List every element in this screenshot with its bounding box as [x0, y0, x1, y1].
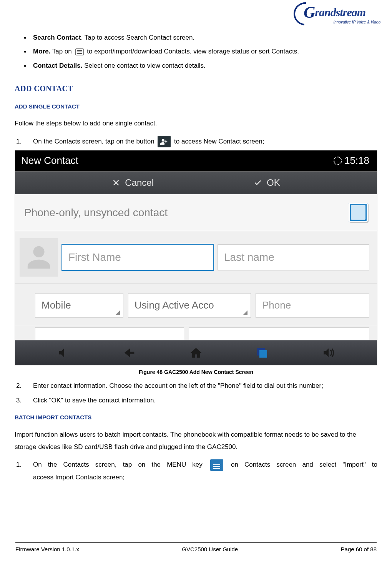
time-text: 15:18 — [344, 151, 369, 170]
check-icon — [254, 179, 262, 187]
contact-card-icon — [349, 203, 368, 222]
step-1: On the Contacts screen, tap on the butto… — [15, 135, 377, 148]
action-bar: Cancel OK — [15, 171, 377, 194]
volume-up-icon — [322, 346, 335, 359]
first-name-input[interactable]: First Name — [62, 244, 214, 270]
placeholder-text: First Name — [68, 247, 121, 267]
heading-add-single-contact: ADD SINGLE CONTACT — [15, 101, 377, 112]
menu-icon — [75, 48, 84, 55]
back-button[interactable] — [123, 346, 137, 360]
figure-caption: Figure 48 GAC2500 Add New Contact Screen — [15, 367, 377, 377]
footer-firmware: Firmware Version 1.0.1.x — [15, 546, 79, 554]
brand-logo: Grandstream Innovative IP Voice & Video — [304, 3, 380, 26]
bullet-text-before: Tap on — [50, 48, 73, 55]
bullet-text: . Tap to access Search Contact screen. — [81, 34, 194, 41]
steps-add-single-cont: Enter contact information. Choose the ac… — [15, 380, 377, 407]
placeholder-text: Phone — [262, 296, 291, 315]
next-row-peek — [15, 325, 377, 340]
dropdown-triangle-icon — [115, 310, 120, 315]
step-text-after: on Contacts screen and select "Import" t… — [231, 461, 377, 468]
bullet-bold: Contact Details. — [33, 62, 82, 69]
avatar-placeholder[interactable] — [20, 238, 58, 277]
phone-row: Mobile Using Active Acco Phone — [15, 284, 377, 325]
phone-number-input[interactable]: Phone — [256, 293, 369, 318]
step-2: Enter contact information. Choose the ac… — [15, 380, 377, 392]
brand-tagline: Innovative IP Voice & Video — [304, 20, 380, 24]
bullet-bold: Search Contact — [33, 34, 81, 41]
step-text-before: On the Contacts screen, tap on the MENU … — [33, 461, 209, 468]
bullet-text: Select one contact to view contact detai… — [82, 62, 205, 69]
step-text-line2: access Import Contacts screen; — [33, 471, 377, 484]
phone-type-select[interactable]: Mobile — [35, 293, 123, 318]
select-value: Mobile — [42, 296, 71, 315]
close-icon — [112, 179, 120, 187]
figure-new-contact: New Contact 15:18 Cancel OK Phone-on — [15, 150, 377, 365]
step-text-before: On the Contacts screen, tap on the butto… — [33, 138, 156, 145]
footer-page: Page 60 of 88 — [341, 546, 377, 554]
add-person-icon — [158, 136, 171, 147]
person-icon — [25, 244, 52, 271]
home-button[interactable] — [189, 346, 203, 360]
back-icon — [123, 346, 136, 359]
heading-batch-import: BATCH IMPORT CONTACTS — [15, 412, 377, 423]
dropdown-triangle-icon — [243, 310, 247, 315]
steps-batch-import: On the Contacts screen, tap on the MENU … — [15, 459, 377, 484]
intro-single: Follow the steps below to add one single… — [15, 117, 377, 130]
select-value: Using Active Acco — [135, 296, 214, 315]
bullet-more: More. Tap on to export/import/download C… — [24, 45, 377, 58]
step-1-batch: On the Contacts screen, tap on the MENU … — [15, 459, 377, 484]
step-3: Click "OK" to save the contact informati… — [15, 394, 377, 407]
steps-add-single: On the Contacts screen, tap on the butto… — [15, 135, 377, 148]
bullet-text-after: to export/import/download Contacts, view… — [87, 48, 299, 55]
clock-ring-icon — [334, 157, 342, 165]
bullet-contact-details: Contact Details. Select one contact to v… — [24, 60, 377, 72]
sync-label: Phone-only, unsynced contact — [24, 202, 168, 223]
feature-bullets: Search Contact. Tap to access Search Con… — [15, 32, 377, 72]
bullet-bold: More. — [33, 48, 50, 55]
cancel-button[interactable]: Cancel — [112, 174, 154, 192]
page-footer: Firmware Version 1.0.1.x GVC2500 User Gu… — [15, 542, 377, 554]
screen-title: New Contact — [21, 151, 78, 170]
ok-button[interactable]: OK — [254, 174, 280, 192]
volume-down-icon — [57, 346, 70, 359]
app-titlebar: New Contact 15:18 — [15, 150, 377, 171]
menu-blue-icon — [210, 459, 223, 471]
recent-apps-icon — [256, 346, 269, 359]
last-name-input[interactable]: Last name — [218, 244, 369, 270]
step-text-after: to access New Contact screen; — [174, 138, 264, 145]
ok-label: OK — [267, 174, 280, 192]
system-navbar — [15, 340, 377, 365]
heading-add-contact: ADD CONTACT — [15, 81, 377, 96]
name-row: First Name Last name — [15, 231, 377, 284]
bullet-search-contact: Search Contact. Tap to access Search Con… — [24, 32, 377, 44]
account-select[interactable]: Using Active Acco — [128, 293, 251, 318]
recent-apps-button[interactable] — [255, 346, 269, 360]
cancel-label: Cancel — [125, 174, 154, 192]
placeholder-text: Last name — [224, 247, 274, 267]
home-icon — [189, 346, 203, 359]
batch-intro: Import function allows users to batch im… — [15, 429, 377, 454]
clock: 15:18 — [334, 151, 369, 170]
footer-title: GVC2500 User Guide — [182, 546, 238, 554]
sync-row[interactable]: Phone-only, unsynced contact — [15, 194, 377, 231]
svg-rect-1 — [259, 350, 267, 358]
volume-down-button[interactable] — [56, 346, 70, 360]
volume-up-button[interactable] — [322, 346, 336, 360]
